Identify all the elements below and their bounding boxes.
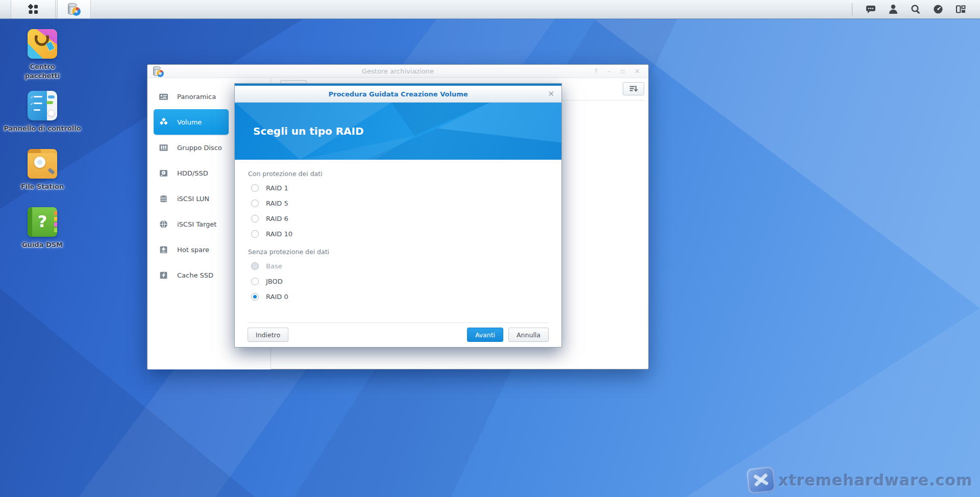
control-panel-icon: ✓ ✓ (28, 91, 57, 120)
file-station-icon (28, 149, 57, 179)
volume-icon (159, 117, 169, 127)
desktop-icon-label: Pannello di controllo (0, 124, 86, 133)
sidebar-item-label: Cache SSD (177, 271, 213, 279)
radio-jbod[interactable]: JBOD (248, 274, 546, 289)
dsm-desktop: Centro pacchetti ✓ ✓ Pannello di control… (0, 0, 980, 497)
sidebar-item-label: iSCSI Target (177, 220, 216, 228)
radio-base: Base (248, 258, 546, 274)
help-button[interactable]: ? (594, 68, 598, 74)
desktop-icon-label: Centro pacchetti (18, 62, 67, 80)
radio-button-icon (251, 262, 259, 270)
dialog-banner: Scegli un tipo RAID (235, 103, 561, 160)
radio-raid-1[interactable]: RAID 1 (248, 180, 546, 195)
radio-button-icon-selected[interactable] (251, 293, 259, 301)
desktop-icon-dsm-help[interactable]: ? Guida DSM (10, 207, 75, 250)
sidebar-item-cache-ssd[interactable]: Cache SSD (154, 262, 229, 288)
cancel-button[interactable]: Annulla (508, 328, 549, 342)
raid-type-form: Con protezione dei dati RAID 1 RAID 5 RA… (235, 160, 561, 304)
dialog-title: Procedura Guidata Creazione Volume (328, 90, 468, 98)
notifications-button[interactable] (860, 0, 882, 19)
sidebar-item-iscsi-lun[interactable]: iSCSI LUN (154, 186, 229, 211)
dialog-footer: Indietro Avanti Annulla (235, 322, 561, 347)
radio-raid-5[interactable]: RAID 5 (248, 195, 546, 211)
next-button[interactable]: Avanti (467, 328, 503, 342)
sidebar-item-label: Volume (177, 118, 202, 126)
radio-raid-0[interactable]: RAID 0 (248, 289, 546, 304)
section-label-without-protection: Senza protezione dei dati (248, 248, 546, 258)
taskbar (0, 0, 980, 19)
maximize-button[interactable]: ▫ (620, 68, 625, 74)
close-window-button[interactable]: ✕ (634, 68, 640, 74)
sidebar-item-iscsi-target[interactable]: iSCSI Target (154, 211, 229, 237)
desktop-icon-file-station[interactable]: File Station (10, 149, 75, 191)
back-button[interactable]: Indietro (248, 328, 288, 342)
watermark-text: xtremehardware.com (779, 471, 973, 489)
watermark: xtremehardware.com (747, 467, 973, 493)
desktop-icon-label: Guida DSM (22, 240, 63, 250)
window-title: Gestore archiviazione (148, 67, 648, 75)
sidebar-item-gruppo-disco[interactable]: Gruppo Disco (154, 135, 229, 160)
sort-collapse-icon (629, 84, 638, 93)
radio-raid-6[interactable]: RAID 6 (248, 211, 546, 226)
radio-button-icon[interactable] (251, 278, 259, 285)
main-menu-icon (27, 3, 39, 15)
section-label-with-protection: Con protezione dei dati (248, 170, 546, 180)
search-button[interactable] (904, 0, 927, 19)
sidebar-item-volume[interactable]: Volume (154, 109, 229, 135)
sidebar-item-label: HDD/SSD (177, 169, 208, 177)
radio-button-icon[interactable] (251, 200, 259, 207)
desktop-icon-control-panel[interactable]: ✓ ✓ Pannello di controllo (10, 91, 75, 133)
storage-manager-icon (67, 3, 81, 16)
storage-manager-icon (153, 66, 164, 77)
iscsi-lun-icon (159, 193, 169, 204)
radio-raid-10[interactable]: RAID 10 (248, 226, 546, 241)
user-options-button[interactable] (882, 0, 904, 19)
package-center-icon (28, 29, 57, 59)
notifications-chat-icon (865, 4, 876, 15)
sidebar-item-label: Hot spare (177, 246, 209, 254)
dialog-titlebar[interactable]: Procedura Guidata Creazione Volume ✕ (235, 86, 561, 103)
volume-creation-wizard-dialog: Procedura Guidata Creazione Volume ✕ Sce… (234, 83, 562, 347)
user-icon (888, 4, 899, 15)
sidebar-item-hdd-ssd[interactable]: HDD/SSD (154, 160, 229, 186)
system-health-gauge-icon (933, 4, 944, 15)
window-titlebar[interactable]: Gestore archiviazione ? – ▫ ✕ (148, 65, 648, 78)
dsm-help-icon: ? (28, 207, 57, 237)
sidebar-item-panoramica[interactable]: Panoramica (154, 84, 229, 109)
sidebar-item-label: Panoramica (177, 93, 216, 101)
overview-icon (159, 91, 169, 102)
main-menu-button[interactable] (11, 0, 56, 18)
sidebar-item-label: Gruppo Disco (177, 144, 222, 152)
xtremehardware-logo-icon (746, 466, 776, 494)
widgets-icon (955, 4, 966, 15)
sidebar-item-label: iSCSI LUN (177, 195, 209, 203)
radio-button-icon[interactable] (251, 184, 259, 192)
close-dialog-icon[interactable]: ✕ (548, 89, 554, 98)
radio-button-icon[interactable] (251, 215, 259, 222)
hot-spare-icon (159, 244, 169, 255)
disk-group-icon (159, 142, 169, 153)
dialog-heading: Scegli un tipo RAID (253, 125, 364, 137)
iscsi-target-icon (159, 219, 169, 229)
tray-separator (852, 3, 852, 15)
system-health-button[interactable] (927, 0, 949, 19)
pilot-view-button[interactable] (949, 0, 972, 19)
sort-collapse-button[interactable] (623, 82, 644, 95)
cache-ssd-icon (159, 270, 169, 280)
system-tray (852, 0, 980, 18)
taskbar-storage-manager-tab[interactable] (57, 0, 91, 18)
search-icon (910, 4, 921, 15)
minimize-button[interactable]: – (607, 68, 611, 74)
sidebar-item-hot-spare[interactable]: Hot spare (154, 237, 229, 262)
hdd-ssd-icon (159, 168, 169, 178)
desktop-icon-package-center[interactable]: Centro pacchetti (10, 29, 75, 80)
desktop-icon-label: File Station (21, 182, 64, 191)
radio-button-icon[interactable] (251, 230, 259, 238)
